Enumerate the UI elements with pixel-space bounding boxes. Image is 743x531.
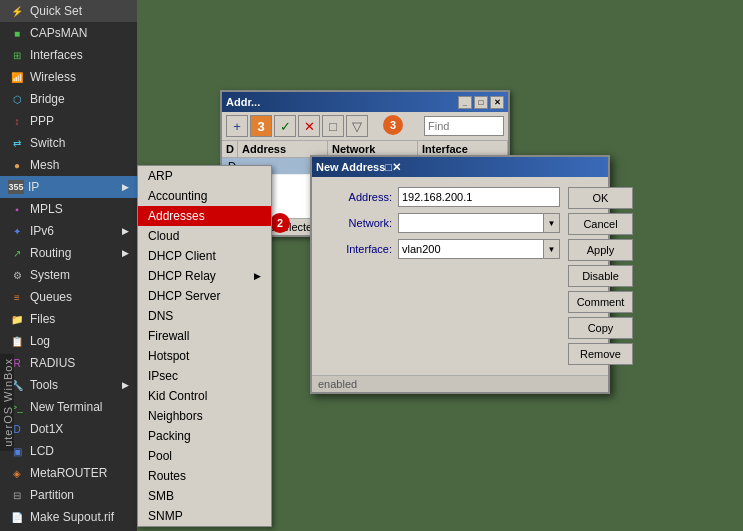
step3-btn[interactable]: 3	[250, 115, 272, 137]
menu-item-accounting[interactable]: Accounting	[138, 186, 271, 206]
addr-window-title: Addr...	[226, 96, 456, 108]
sidebar-item-ipv6[interactable]: ✦ IPv6 ▶	[0, 220, 137, 242]
sidebar-item-quickset[interactable]: ⚡ Quick Set	[0, 0, 137, 22]
remove-button[interactable]: Remove	[568, 343, 633, 365]
interface-combo-btn[interactable]: ▼	[544, 239, 560, 259]
sidebar-item-log[interactable]: 📋 Log	[0, 330, 137, 352]
new-addr-maximize-btn[interactable]: □	[385, 161, 392, 173]
files-icon: 📁	[8, 311, 26, 327]
sidebar-item-radius[interactable]: R RADIUS	[0, 352, 137, 374]
dialog-buttons: OK Cancel Apply Disable Comment Copy Rem…	[568, 187, 633, 365]
addr-maximize-btn[interactable]: □	[474, 96, 488, 109]
sidebar-item-ppp[interactable]: ↕ PPP	[0, 110, 137, 132]
menu-item-dhcp-server[interactable]: DHCP Server	[138, 286, 271, 306]
ip-arrow-icon: ▶	[122, 182, 129, 192]
sidebar-item-label: RADIUS	[30, 356, 75, 370]
menu-item-pool[interactable]: Pool	[138, 446, 271, 466]
sidebar-item-files[interactable]: 📁 Files	[0, 308, 137, 330]
capsman-icon: ■	[8, 25, 26, 41]
sidebar-item-label: Interfaces	[30, 48, 83, 62]
comment-button[interactable]: Comment	[568, 291, 633, 313]
interface-input[interactable]	[398, 239, 544, 259]
sidebar-item-label: CAPsMAN	[30, 26, 87, 40]
sidebar-item-interfaces[interactable]: ⊞ Interfaces	[0, 44, 137, 66]
menu-item-arp[interactable]: ARP	[138, 166, 271, 186]
sidebar-item-label: PPP	[30, 114, 54, 128]
sidebar-item-wireless[interactable]: 📶 Wireless	[0, 66, 137, 88]
sidebar-item-system[interactable]: ⚙ System	[0, 264, 137, 286]
menu-item-dns[interactable]: DNS	[138, 306, 271, 326]
sidebar-item-dot1x[interactable]: D Dot1X	[0, 418, 137, 440]
addr-minimize-btn[interactable]: _	[458, 96, 472, 109]
sidebar-item-lcd[interactable]: ▣ LCD	[0, 440, 137, 462]
sidebar-item-ip[interactable]: 355 IP ▶	[0, 176, 137, 198]
disable-button[interactable]: Disable	[568, 265, 633, 287]
sidebar-item-queues[interactable]: ≡ Queues	[0, 286, 137, 308]
sidebar-item-label: Log	[30, 334, 50, 348]
wireless-icon: 📶	[8, 69, 26, 85]
sidebar-item-bridge[interactable]: ⬡ Bridge	[0, 88, 137, 110]
menu-item-addresses[interactable]: Addresses	[138, 206, 271, 226]
col-d: D	[222, 141, 238, 157]
dialog-form: Address: Network: ▼ Interface: ▼	[322, 187, 560, 365]
menu-item-cloud[interactable]: Cloud	[138, 226, 271, 246]
menu-item-packing[interactable]: Packing	[138, 426, 271, 446]
sidebar-item-make-supout[interactable]: 📄 Make Supout.rif	[0, 506, 137, 528]
sidebar-item-label: New Terminal	[30, 400, 102, 414]
delete-btn[interactable]: ✕	[298, 115, 320, 137]
sidebar-item-new-terminal[interactable]: >_ New Terminal	[0, 396, 137, 418]
mesh-icon: ●	[8, 157, 26, 173]
queues-icon: ≡	[8, 289, 26, 305]
address-label: Address:	[322, 191, 392, 203]
sidebar-item-metarouter[interactable]: ◈ MetaROUTER	[0, 462, 137, 484]
menu-item-smb[interactable]: SMB	[138, 486, 271, 506]
sidebar-item-label: IP	[28, 180, 39, 194]
find-input[interactable]	[424, 116, 504, 136]
network-combo-btn[interactable]: ▼	[544, 213, 560, 233]
metarouter-icon: ◈	[8, 465, 26, 481]
address-row: Address:	[322, 187, 560, 207]
menu-item-snmp[interactable]: SNMP	[138, 506, 271, 526]
quickset-icon: ⚡	[8, 3, 26, 19]
sidebar-item-label: Mesh	[30, 158, 59, 172]
copy-button[interactable]: Copy	[568, 317, 633, 339]
mpls-icon: ▪	[8, 201, 26, 217]
menu-item-hotspot[interactable]: Hotspot	[138, 346, 271, 366]
sidebar-item-mpls[interactable]: ▪ MPLS	[0, 198, 137, 220]
sidebar-item-switch[interactable]: ⇄ Switch	[0, 132, 137, 154]
addr-toolbar: + 3 ✓ ✕ □ ▽	[222, 112, 508, 141]
bridge-icon: ⬡	[8, 91, 26, 107]
cancel-button[interactable]: Cancel	[568, 213, 633, 235]
ip-context-menu: ARP Accounting Addresses Cloud DHCP Clie…	[137, 165, 272, 527]
tools-arrow-icon: ▶	[122, 380, 129, 390]
network-input[interactable]	[398, 213, 544, 233]
sidebar-item-partition[interactable]: ⊟ Partition	[0, 484, 137, 506]
menu-item-neighbors[interactable]: Neighbors	[138, 406, 271, 426]
copy-btn[interactable]: □	[322, 115, 344, 137]
sidebar-item-tools[interactable]: 🔧 Tools ▶	[0, 374, 137, 396]
filter-btn[interactable]: ▽	[346, 115, 368, 137]
routing-icon: ↗	[8, 245, 26, 261]
ipv6-arrow-icon: ▶	[122, 226, 129, 236]
footer-text: enabled	[318, 378, 357, 390]
menu-item-dhcp-client[interactable]: DHCP Client	[138, 246, 271, 266]
addr-close-btn[interactable]: ✕	[490, 96, 504, 109]
sidebar-item-mesh[interactable]: ● Mesh	[0, 154, 137, 176]
ok-button[interactable]: OK	[568, 187, 633, 209]
new-address-dialog: New Address □ ✕ Address: Network: ▼ Inte…	[310, 155, 610, 394]
address-input[interactable]	[398, 187, 560, 207]
sidebar-item-label: Wireless	[30, 70, 76, 84]
apply-button[interactable]: Apply	[568, 239, 633, 261]
ip-icon: 355	[8, 180, 24, 194]
sidebar-item-routing[interactable]: ↗ Routing ▶	[0, 242, 137, 264]
sidebar-item-label: Dot1X	[30, 422, 63, 436]
menu-item-ipsec[interactable]: IPsec	[138, 366, 271, 386]
add-btn[interactable]: +	[226, 115, 248, 137]
menu-item-kid-control[interactable]: Kid Control	[138, 386, 271, 406]
new-addr-close-btn[interactable]: ✕	[392, 161, 401, 174]
check-btn[interactable]: ✓	[274, 115, 296, 137]
menu-item-dhcp-relay[interactable]: DHCP Relay ▶	[138, 266, 271, 286]
sidebar-item-capsman[interactable]: ■ CAPsMAN	[0, 22, 137, 44]
menu-item-routes[interactable]: Routes	[138, 466, 271, 486]
menu-item-firewall[interactable]: Firewall	[138, 326, 271, 346]
